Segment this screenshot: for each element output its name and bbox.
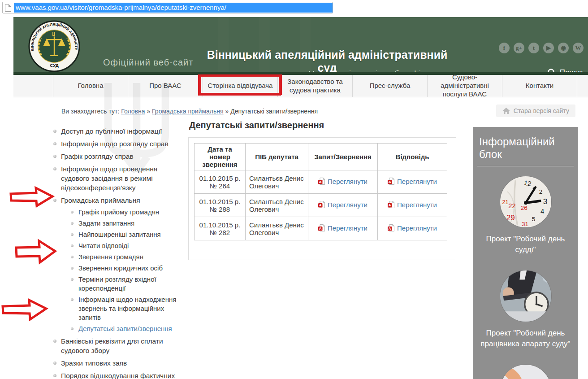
nav-item-1[interactable]: Головна	[53, 75, 128, 97]
worker-typing-image	[500, 270, 551, 322]
nav-item-label: Законодавство та судова практика	[278, 77, 352, 96]
sidebar-item-label: Найпоширеніші запитання	[78, 231, 161, 238]
sidebar-item[interactable]: Інформація щодо проведення судового засі…	[53, 164, 186, 192]
pdf-icon: A	[318, 201, 325, 208]
site-title: Вінницький апеляційний адміністративний …	[204, 48, 450, 72]
sidebar-item-label: Задати запитання	[78, 219, 134, 227]
url-bar[interactable]: www.vaas.gov.ua/visitor/gromadska-prijma…	[2, 2, 333, 13]
sidebar-item[interactable]: Громадська приймальняГрафік прийому гром…	[53, 196, 186, 333]
cell-response: A Переглянути	[378, 194, 447, 217]
view-pdf-link[interactable]: A Переглянути	[318, 201, 368, 209]
court-logo[interactable]: ВІННИЦЬКИЙ АПЕЛЯЦІЙНИЙ АДМІНІСТРАТИВНИЙ …	[28, 20, 81, 73]
sidebar-item[interactable]: Графік розгляду справ	[53, 152, 186, 161]
cell-request: A Переглянути	[308, 194, 378, 217]
breadcrumb-separator: »	[147, 108, 150, 115]
cell-deputy-name: Силантьєв Денис Олегович	[246, 170, 308, 194]
info-item[interactable]: Проект "Робочий день працівника апарату …	[473, 270, 578, 349]
info-item[interactable]	[473, 365, 578, 379]
table-header-cell: Запит/Звернення	[308, 144, 378, 170]
pdf-icon: A	[388, 224, 394, 231]
content-panel: Дата та номер зверненняПІБ депутатаЗапит…	[188, 137, 456, 260]
sidebar-item[interactable]: Порядок відшкодування фактичних витрат н…	[53, 371, 186, 379]
pdf-icon: A	[318, 178, 325, 185]
sidebar-item[interactable]: Терміни розгляду вхідної кореспонденції	[71, 275, 186, 293]
nav-item-2[interactable]: Про ВААС	[128, 75, 203, 97]
breadcrumb-current: Депутатські запити/звернення	[230, 108, 318, 115]
nav-item-6[interactable]: Судово-адміністративні послуги ВААС	[427, 75, 502, 97]
info-block-divider	[477, 166, 574, 166]
pdf-icon: A	[388, 178, 394, 185]
sidebar-item[interactable]: Інформація щодо надходження звернень та …	[71, 295, 186, 322]
table-row: 01.10.2015 р.№ 282Силантьєв Денис Олегов…	[195, 217, 447, 240]
cell-date-number: 01.10.2015 р.№ 282	[195, 217, 246, 240]
sidebar-item-label: Звернення юридичних осіб	[78, 264, 163, 272]
view-pdf-link[interactable]: A Переглянути	[388, 201, 437, 209]
svg-text:21: 21	[502, 199, 508, 205]
old-version-link[interactable]: Стара версія сайту	[496, 105, 575, 117]
sidebar-item-label: Читати відповіді	[78, 242, 129, 249]
sidebar-item-label: Доступ до публічної інформації	[61, 127, 162, 135]
hand-keyboard-image	[500, 365, 551, 379]
svg-text:3: 3	[543, 197, 547, 206]
nav-item-label: Головна	[75, 81, 106, 91]
breadcrumb-link-reception[interactable]: Громадська приймальня	[152, 108, 224, 115]
view-pdf-label: Переглянути	[328, 178, 368, 185]
instagram-icon[interactable]: ◉	[558, 43, 569, 53]
info-block: Інформаційний блок 1223452122262931Проек…	[473, 127, 578, 379]
sidebar-item[interactable]: Доступ до публічної інформації	[53, 126, 186, 136]
sidebar-item-label: Інформація щодо надходження звернень та …	[78, 296, 176, 321]
page-icon	[5, 4, 11, 12]
sidebar-item[interactable]: Зразки типових заяв	[53, 358, 186, 368]
sidebar-item-label: Порядок відшкодування фактичних витрат н…	[61, 372, 175, 379]
search-icon	[547, 68, 556, 72]
nav-item-4[interactable]: Законодавство та судова практика	[277, 75, 352, 97]
google-plus-icon[interactable]: g+	[514, 43, 524, 53]
view-pdf-label: Переглянути	[397, 178, 437, 185]
view-pdf-link[interactable]: A Переглянути	[318, 224, 368, 232]
sidebar-item-label: Громадська приймальня	[61, 196, 140, 204]
sidebar-item[interactable]: Депутатські запити/звернення	[71, 324, 186, 333]
sidebar-item[interactable]: Банківські реквізити для сплати судового…	[53, 336, 186, 355]
cell-response: A Переглянути	[378, 170, 447, 194]
sidebar-item[interactable]: Найпоширеніші запитання	[71, 230, 186, 239]
sidebar-item-label: Зразки типових заяв	[61, 359, 127, 367]
view-pdf-link[interactable]: A Переглянути	[388, 224, 437, 232]
info-caption: Проект "Робочий день працівника апарату …	[473, 328, 578, 349]
annotation-arrow	[11, 188, 52, 206]
view-pdf-link[interactable]: A Переглянути	[388, 178, 437, 185]
sidebar-item[interactable]: Графік прийому громадян	[71, 208, 186, 217]
sidebar-item[interactable]: Звернення громадян	[71, 253, 186, 261]
search-button[interactable]: Пошук	[547, 68, 583, 72]
logo-court-word: СУД	[50, 63, 59, 68]
svg-text:2: 2	[539, 188, 542, 195]
svg-text:22: 22	[508, 202, 515, 209]
nav-item-5[interactable]: Прес-служба	[352, 75, 427, 97]
search-label: Пошук	[560, 68, 583, 72]
sidebar-item[interactable]: Задати запитання	[71, 219, 186, 228]
wordpress-icon[interactable]: W	[573, 43, 584, 53]
svg-text:5: 5	[532, 216, 535, 222]
old-version-label: Стара версія сайту	[514, 107, 569, 114]
table-header-cell: Дата та номер звернення	[195, 144, 246, 170]
sidebar-item[interactable]: Читати відповіді	[71, 241, 186, 250]
cell-response: A Переглянути	[378, 217, 447, 240]
twitter-icon[interactable]: t	[528, 43, 539, 53]
page-title: Депутатські запити/звернення	[189, 120, 324, 131]
youtube-icon[interactable]: ▶	[543, 43, 554, 53]
nav-item-3[interactable]: Сторінка відвідувача	[203, 75, 277, 97]
social-links: fg+t▶◉W	[499, 43, 584, 53]
sidebar-item[interactable]: Звернення юридичних осіб	[71, 264, 186, 273]
url-text[interactable]: www.vaas.gov.ua/visitor/gromadska-prijma…	[14, 3, 333, 13]
nav-item-7[interactable]: Контакти	[502, 75, 577, 97]
view-pdf-link[interactable]: A Переглянути	[318, 178, 368, 185]
site-header: Офіційний веб-сайт Вінницький апеляційни…	[13, 17, 588, 72]
sidebar-item[interactable]: Інформація щодо розгляду справ	[53, 139, 186, 148]
svg-text:A: A	[389, 180, 391, 184]
breadcrumb: Ви знаходитесь тут: Головна » Громадська…	[61, 108, 318, 115]
home-icon	[502, 108, 510, 114]
page: www.vaas.gov.ua/visitor/gromadska-prijma…	[0, 0, 588, 379]
info-caption: Проект "Робочий день судді"	[473, 234, 578, 255]
info-item[interactable]: 1223452122262931Проект "Робочий день суд…	[473, 176, 578, 255]
breadcrumb-link-home[interactable]: Головна	[121, 108, 145, 115]
facebook-icon[interactable]: f	[499, 43, 510, 53]
